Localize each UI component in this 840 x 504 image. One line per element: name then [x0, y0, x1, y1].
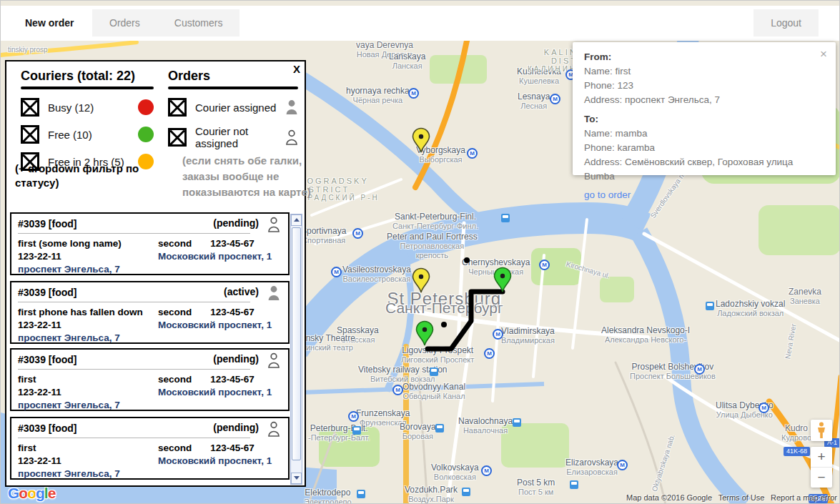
metro-icon	[408, 88, 419, 99]
uncheck-note: (если снять обе галки, заказы вообще не …	[182, 153, 325, 200]
divider	[18, 369, 250, 370]
from-name: first	[18, 442, 158, 455]
order-card-body: first 123-22-11 проспект Энгельса, 7 sec…	[18, 373, 282, 412]
app-window: tinskiy prosp vaya DerevnyaНовая Деревня…	[0, 0, 840, 504]
metro-icon	[352, 228, 363, 239]
order-card-body: first (some long name) 123-22-11 проспек…	[18, 237, 282, 276]
to-name: second	[158, 442, 192, 455]
busy-label: Busy (12)	[48, 102, 138, 114]
from-phone: 123-22-11	[18, 386, 158, 399]
order-card[interactable]: #3039 [food] (pending) first 123-22-11 п…	[10, 348, 290, 411]
orders-legend: Orders Courier assigned Courier not assi…	[168, 69, 298, 149]
order-info-popup: × From: Name: first Phone: 123 Address: …	[573, 42, 836, 175]
order-card[interactable]: #3039 [food] (active) first phone has fa…	[10, 281, 290, 344]
pegman-icon	[816, 422, 826, 439]
scroll-down-button[interactable]	[291, 473, 302, 484]
to-phone: 123-45-67	[210, 442, 255, 455]
map-attribution: Map data ©2016 Google Terms of Use Repor…	[626, 493, 837, 502]
map-label-vladimirskaya: VladimirskayaВладимирская	[501, 327, 555, 345]
map-label-aleksandra-nevskogo: Aleksandra Nevskogo-IАлександра Невского…	[601, 326, 690, 345]
popup-close-icon[interactable]: ×	[820, 48, 827, 60]
scroll-up-button[interactable]	[291, 214, 302, 226]
divider	[18, 438, 250, 438]
metro-icon	[694, 364, 705, 375]
order-card-body: first phone has fallen down 123-22-11 пр…	[18, 306, 282, 345]
map-label-ligovskiy: Ligovskiy ProspektЛиговский Проспект	[401, 346, 474, 365]
orders-scrollbar[interactable]	[290, 214, 302, 485]
couriers-title: Couriers (total: 22)	[21, 69, 154, 84]
map-label-chernyshevskaya: ChernyshevskayaЧернышевская	[462, 258, 530, 277]
dropdown-filter-note: (+ dropdown фильтр по статусу)	[15, 162, 144, 190]
zoom-out-button[interactable]: −	[811, 468, 832, 488]
legend-row-courier-assigned: Courier assigned	[168, 98, 298, 117]
pegman-button[interactable]	[811, 420, 832, 441]
order-id: #3039 [food]	[18, 423, 76, 434]
from-address: проспект Энгельса, 7	[18, 399, 158, 412]
map-label-mariinsky: insky Theatreинский театр	[304, 334, 355, 352]
popup-to-phone: Phone: karamba	[584, 141, 824, 155]
rail-icon	[462, 488, 470, 496]
report-map-error-link[interactable]: Report a map error	[771, 493, 837, 502]
rail-icon	[501, 214, 510, 222]
order-card[interactable]: #3039 [food] (pending) first (some long …	[10, 212, 290, 275]
map-label-lesnaya: LesnayaЛесная	[518, 92, 550, 111]
courier-assigned-checkbox[interactable]	[168, 98, 187, 117]
from-phone: 123-22-11	[18, 455, 158, 468]
to-phone: 123-45-67	[210, 237, 255, 250]
google-logo[interactable]: Google	[8, 485, 55, 502]
metro-icon	[617, 460, 628, 470]
metro-icon	[550, 94, 560, 104]
order-card[interactable]: #3039 [food] (pending) first 123-22-11 п…	[10, 417, 290, 480]
terms-of-use-link[interactable]: Terms of Use	[718, 493, 765, 502]
couriers-orders-panel: X Couriers (total: 22) Busy (12) Free (1…	[5, 60, 306, 487]
rail-icon	[430, 367, 438, 376]
metro-icon	[392, 385, 403, 395]
rail-icon	[435, 424, 444, 433]
map-label-zanevka: ZanevkaЗаневка	[789, 287, 821, 306]
to-name: second	[158, 237, 192, 250]
map-label-borovaya: BorovayaБоровая	[400, 423, 436, 441]
metro-icon	[467, 148, 478, 159]
order-to: second123-45-67 Московский проспект, 1	[158, 237, 272, 276]
orders-title: Orders	[168, 69, 298, 84]
order-from: first (some long name) 123-22-11 проспек…	[18, 237, 158, 276]
from-address: проспект Энгельса, 7	[18, 468, 158, 480]
legend-row-busy: Busy (12)	[21, 98, 154, 117]
nav-tab-orders[interactable]: Orders	[92, 9, 157, 36]
popup-from-address: Address: проспект Энгельса, 7	[584, 93, 824, 107]
scrollbar-thumb[interactable]	[292, 227, 301, 460]
zoom-in-button[interactable]: +	[811, 447, 832, 467]
metro-icon	[493, 329, 503, 340]
from-label: From:	[584, 50, 824, 64]
divider	[168, 87, 298, 89]
map-label-obvodnyy: Obvodnyy KanalОбводный Канал	[402, 382, 465, 401]
map-label-sankt-finl: Sankt-Peterburg-Finl.Санкт-Петербург-Фин…	[392, 212, 478, 231]
go-to-order-link[interactable]: go to order	[584, 188, 631, 202]
nav-tab-customers[interactable]: Customers	[157, 9, 240, 36]
metro-icon	[539, 260, 550, 270]
courier-not-assigned-checkbox[interactable]	[168, 128, 187, 147]
free-color-dot	[138, 127, 154, 142]
map-label-kudrovo: KudroКудрово	[781, 424, 811, 443]
to-address: Московский проспект, 1	[158, 455, 272, 468]
free-label: Free (10)	[48, 129, 138, 141]
popup-from-phone: Phone: 123	[584, 79, 824, 93]
couriers-legend: Couriers (total: 22) Busy (12) Free (10)…	[21, 69, 154, 171]
legend-row-free: Free (10)	[21, 125, 154, 144]
map-data-copyright: Map data ©2016 Google	[626, 493, 712, 502]
logout-button[interactable]: Logout	[753, 9, 819, 36]
free-checkbox[interactable]	[21, 125, 39, 144]
busy-checkbox[interactable]	[21, 98, 39, 117]
divider	[18, 302, 250, 302]
metro-icon	[481, 465, 492, 476]
popup-to-address: Address: Семёновский сквер, Гороховая ул…	[584, 155, 824, 184]
nav-new-order[interactable]: New order	[25, 6, 74, 41]
metro-icon	[348, 411, 359, 422]
map-label-vasileostrovskaya: VasileostrovskayaВасилеостровская	[342, 265, 411, 284]
order-card-header: #3039 [food] (pending)	[18, 353, 282, 369]
to-phone: 123-45-67	[210, 373, 255, 386]
courier-not-assigned-icon	[267, 352, 280, 368]
map-label-elizarovskaya: ElizarovskayaЕлизаровская	[565, 458, 618, 477]
map-label-volkovskaya: VolkovskayaВолковская	[431, 463, 479, 482]
order-status: (pending)	[213, 217, 259, 229]
